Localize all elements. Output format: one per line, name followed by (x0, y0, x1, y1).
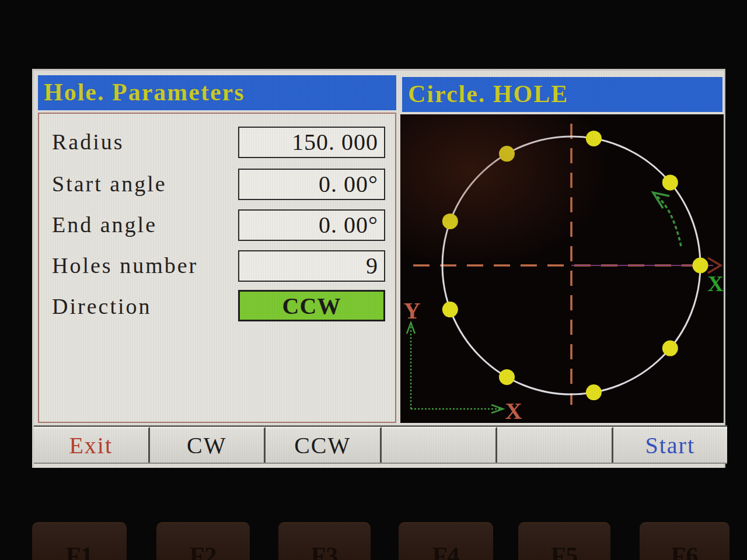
start-softkey[interactable]: Start (613, 427, 728, 463)
start-angle-input[interactable]: 0. 00° (238, 169, 385, 200)
ccw-arrowhead (653, 192, 669, 208)
hole-dot (693, 258, 708, 274)
parameters-panel-title: Hole. Parameters (38, 75, 396, 110)
preview-panel-title: Circle. HOLE (402, 77, 722, 112)
direction-label: Direction (52, 293, 152, 319)
hole-dot (586, 384, 602, 400)
hole-dot (499, 369, 515, 385)
hole-dot (442, 214, 458, 229)
f6-key[interactable]: F6 (640, 522, 729, 560)
hole-dot (662, 174, 678, 190)
hole-dot (586, 131, 602, 146)
hole-dot (442, 302, 458, 317)
f2-key[interactable]: F2 (156, 522, 250, 560)
end-angle-input[interactable]: 0. 00° (238, 209, 385, 241)
x-axis-label-green: X (707, 271, 723, 296)
f3-key[interactable]: F3 (278, 522, 371, 560)
empty-softkey-4 (382, 427, 498, 463)
hmi-screen: Hole. Parameters Circle. HOLE Radius 150… (32, 69, 725, 468)
y-axis-label: Y (404, 298, 421, 324)
hole-dot (499, 146, 515, 162)
ccw-softkey[interactable]: CCW (266, 427, 382, 463)
radius-input[interactable]: 150. 000 (238, 127, 385, 158)
exit-softkey[interactable]: Exit (34, 427, 150, 463)
circle-hole-preview: X Y X (400, 114, 724, 423)
holes-number-label: Holes number (52, 253, 198, 278)
end-angle-label: End angle (52, 212, 157, 237)
empty-softkey-5 (497, 427, 613, 463)
f5-key[interactable]: F5 (518, 522, 610, 560)
direction-toggle[interactable]: CCW (238, 290, 385, 321)
softkey-bar: Exit CW CCW Start (34, 425, 727, 464)
start-angle-label: Start angle (52, 171, 167, 197)
cw-softkey[interactable]: CW (150, 427, 266, 463)
x-axis-label-red: X (505, 398, 522, 423)
cnc-control-screen-photo: Hole. Parameters Circle. HOLE Radius 150… (0, 0, 747, 560)
hole-parameters-panel: Radius 150. 000 Start angle 0. 00° End a… (38, 113, 396, 423)
f1-key[interactable]: F1 (32, 522, 127, 560)
holes-number-input[interactable]: 9 (238, 250, 385, 282)
f4-key[interactable]: F4 (399, 522, 493, 560)
function-key-row: F1 F2 F3 F4 F5 F6 (0, 522, 747, 560)
radius-label: Radius (52, 129, 124, 155)
hole-dot (662, 341, 678, 356)
hole-circle-diagram: X Y X (400, 114, 724, 423)
